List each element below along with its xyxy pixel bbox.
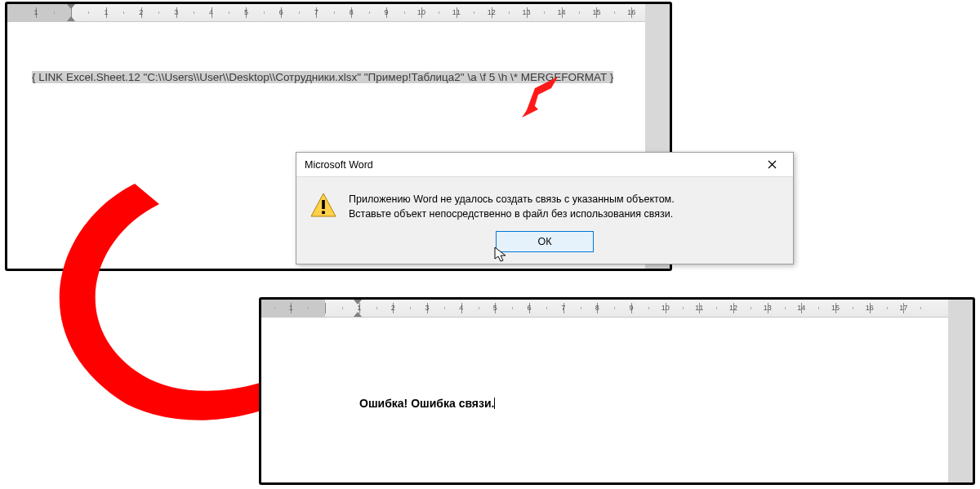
- close-icon: [768, 160, 777, 169]
- close-button[interactable]: [755, 154, 788, 176]
- dialog-titlebar[interactable]: Microsoft Word: [296, 153, 793, 177]
- ok-button-label: ОК: [537, 236, 551, 247]
- word-window-bottom: 3211234567891011121314151617 Ошибка! Оши…: [260, 298, 974, 484]
- svg-rect-3: [322, 200, 325, 209]
- annotation-arrow-small: [519, 72, 568, 121]
- dialog-message-line2: Вставьте объект непосредственно в файл б…: [349, 207, 675, 221]
- svg-rect-4: [322, 211, 325, 215]
- dialog-message: Приложению Word не удалось создать связь…: [349, 192, 675, 221]
- ruler[interactable]: 11234567891011121314151617: [7, 4, 670, 22]
- dialog-message-line1: Приложению Word не удалось создать связь…: [349, 192, 675, 207]
- warning-icon: [310, 192, 337, 220]
- text-caret: [494, 398, 495, 409]
- ruler[interactable]: 3211234567891011121314151617: [261, 300, 973, 318]
- document-body[interactable]: { LINK Excel.Sheet.12 "C:\\Users\\User\\…: [7, 22, 670, 169]
- ok-button[interactable]: ОК: [496, 231, 594, 252]
- link-error-text: Ошибка! Ошибка связи.: [359, 397, 494, 410]
- document-body[interactable]: Ошибка! Ошибка связи.: [261, 318, 973, 465]
- error-dialog: Microsoft Word Приложению Word не удалос…: [296, 152, 794, 265]
- dialog-title: Microsoft Word: [305, 159, 373, 171]
